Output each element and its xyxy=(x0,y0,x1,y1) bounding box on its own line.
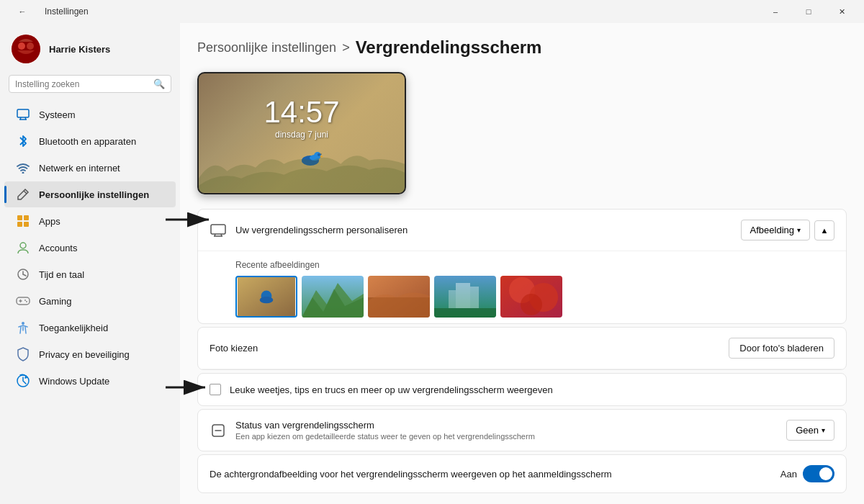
sidebar-label-bluetooth: Bluetooth en apparaten xyxy=(39,136,136,147)
sidebar-item-bluetooth[interactable]: Bluetooth en apparaten xyxy=(4,128,176,154)
sidebar-label-systeem: Systeem xyxy=(39,109,76,120)
sidebar-label-accounts: Accounts xyxy=(39,243,77,253)
breadcrumb-current: Vergrendelingsscherm xyxy=(356,37,542,58)
thumb-3[interactable] xyxy=(368,276,430,318)
sidebar-header: Harrie Kisters xyxy=(0,29,180,72)
personalize-dropdown[interactable]: Afbeelding ▾ xyxy=(741,220,810,240)
recent-label: Recente afbeeldingen xyxy=(235,260,834,270)
sidebar-label-netwerk: Netwerk en internet xyxy=(39,163,120,174)
personalize-label: Uw vergrendelingsscherm personaliseren xyxy=(235,225,732,235)
status-dropdown[interactable]: Geen ▾ xyxy=(786,420,834,441)
expand-button[interactable]: ▲ xyxy=(814,220,834,240)
search-input[interactable] xyxy=(15,79,149,89)
svg-line-8 xyxy=(24,191,27,194)
sidebar-item-tijd[interactable]: Tijd en taal xyxy=(4,261,176,287)
background-row: De achtergrondafbeelding voor het vergre… xyxy=(198,455,846,492)
background-card: De achtergrondafbeelding voor het vergre… xyxy=(197,454,847,493)
sidebar-item-apps[interactable]: Apps xyxy=(4,208,176,234)
checkbox-label: Leuke weetjes, tips en trucs en meer op … xyxy=(230,384,834,395)
maximize-button[interactable]: □ xyxy=(792,0,825,23)
sidebar-item-netwerk[interactable]: Netwerk en internet xyxy=(4,155,176,181)
svg-rect-44 xyxy=(449,290,456,308)
gaming-icon xyxy=(16,294,30,308)
svg-point-21 xyxy=(26,301,27,302)
search-icon: 🔍 xyxy=(153,78,165,89)
chevron-down-icon-2: ▾ xyxy=(822,426,825,434)
browse-row: Foto kiezen Door foto's bladeren xyxy=(198,328,846,369)
background-label: De achtergrondafbeelding voor het vergre… xyxy=(210,469,772,480)
svg-point-2 xyxy=(27,42,34,50)
thumb-4[interactable] xyxy=(434,276,496,318)
sidebar-username: Harrie Kisters xyxy=(49,44,110,55)
svg-rect-46 xyxy=(434,308,496,318)
sidebar-item-toegankelijkheid[interactable]: Toegankelijkheid xyxy=(4,315,176,341)
close-button[interactable]: ✕ xyxy=(825,0,858,23)
apps-icon xyxy=(16,214,30,228)
svg-rect-17 xyxy=(17,297,30,305)
breadcrumb: Persoonlijke instellingen > Vergrendelin… xyxy=(197,37,847,58)
thumb-1[interactable] xyxy=(235,276,297,318)
minimize-button[interactable]: – xyxy=(759,0,792,23)
status-sublabel: Een app kiezen om gedetailleerde status … xyxy=(235,432,778,441)
checkbox-row: Leuke weetjes, tips en trucs en meer op … xyxy=(198,374,846,405)
svg-point-20 xyxy=(24,300,26,301)
svg-rect-45 xyxy=(470,287,479,308)
sidebar: Harrie Kisters 🔍 Systeem xyxy=(0,23,180,504)
sidebar-item-windows-update[interactable]: Windows Update xyxy=(4,368,176,394)
titlebar-left: ← Instellingen xyxy=(6,0,89,23)
browse-button[interactable]: Door foto's bladeren xyxy=(729,338,834,359)
sidebar-label-toegankelijkheid: Toegankelijkheid xyxy=(39,323,108,333)
back-button[interactable]: ← xyxy=(6,0,39,23)
chevron-down-icon: ▾ xyxy=(797,226,801,234)
pencil-icon xyxy=(16,187,30,202)
toggle-value: Aan xyxy=(780,469,797,480)
lockscreen-preview: 14:57 dinsdag 7 juni xyxy=(197,72,406,194)
sidebar-item-gaming[interactable]: Gaming xyxy=(4,288,176,314)
personalize-controls: Afbeelding ▾ ▲ xyxy=(741,220,834,240)
svg-rect-9 xyxy=(17,215,22,220)
avatar xyxy=(12,35,40,63)
status-card: Status van vergrendelingsscherm Een app … xyxy=(197,409,847,451)
sidebar-item-accounts[interactable]: Accounts xyxy=(4,235,176,261)
sidebar-label-persoonlijk: Persoonlijke instellingen xyxy=(39,189,149,200)
svg-rect-30 xyxy=(211,225,225,234)
monitor-icon xyxy=(16,107,30,122)
breadcrumb-parent[interactable]: Persoonlijke instellingen xyxy=(197,40,336,55)
sidebar-label-apps: Apps xyxy=(39,216,60,227)
background-toggle[interactable] xyxy=(803,465,834,482)
sidebar-label-tijd: Tijd en taal xyxy=(39,269,84,280)
svg-point-1 xyxy=(18,42,25,50)
status-row: Status van vergrendelingsscherm Een app … xyxy=(198,410,846,451)
tips-checkbox[interactable] xyxy=(210,384,221,395)
personalize-row: Uw vergrendelingsscherm personaliseren A… xyxy=(198,210,846,251)
photo-label: Foto kiezen xyxy=(210,343,258,354)
sidebar-item-privacy[interactable]: Privacy en beveiliging xyxy=(4,341,176,367)
svg-point-36 xyxy=(260,297,274,303)
svg-line-16 xyxy=(23,274,26,276)
titlebar: ← Instellingen – □ ✕ xyxy=(0,0,864,23)
recent-images-section: Recente afbeeldingen xyxy=(198,251,846,323)
accessibility-icon xyxy=(16,320,30,335)
svg-rect-3 xyxy=(17,109,29,117)
nav-list: Systeem Bluetooth en apparaten xyxy=(0,102,180,504)
thumb-2[interactable] xyxy=(302,276,364,318)
bluetooth-icon xyxy=(16,134,30,148)
sidebar-label-gaming: Gaming xyxy=(39,296,72,307)
sidebar-label-windows-update: Windows Update xyxy=(39,376,109,387)
recent-images xyxy=(235,276,834,318)
thumb-5[interactable] xyxy=(500,276,562,318)
sidebar-item-persoonlijk[interactable]: Persoonlijke instellingen xyxy=(4,181,176,207)
svg-point-7 xyxy=(22,172,24,174)
svg-rect-10 xyxy=(24,215,29,220)
sidebar-item-systeem[interactable]: Systeem xyxy=(4,102,176,127)
search-box[interactable]: 🔍 xyxy=(9,75,171,93)
svg-rect-12 xyxy=(24,222,29,227)
sidebar-label-privacy: Privacy en beveiliging xyxy=(39,349,130,360)
svg-rect-11 xyxy=(17,222,22,227)
svg-point-13 xyxy=(20,243,26,248)
person-icon xyxy=(16,240,30,255)
shield-icon xyxy=(16,347,30,361)
svg-point-22 xyxy=(22,322,24,325)
svg-rect-43 xyxy=(456,283,470,308)
status-label: Status van vergrendelingsscherm xyxy=(235,420,778,431)
